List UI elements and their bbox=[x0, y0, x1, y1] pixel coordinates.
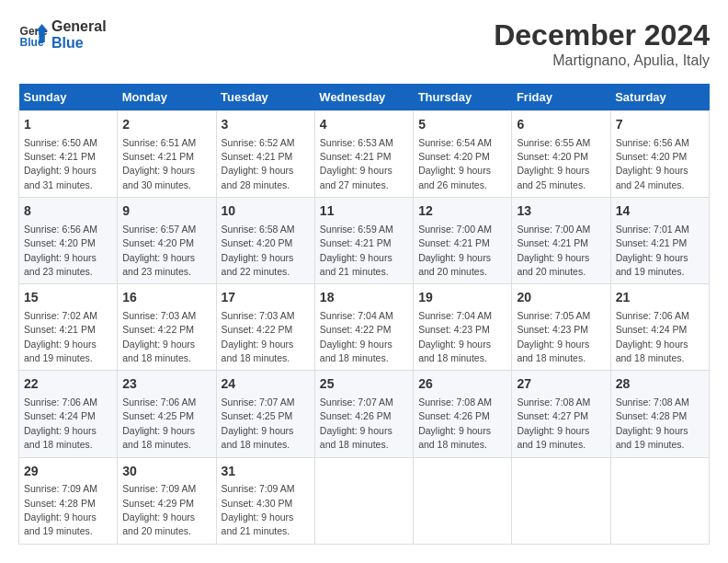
title-area: December 2024 Martignano, Apulia, Italy bbox=[494, 18, 710, 69]
day-number: 23 bbox=[122, 375, 210, 394]
calendar-week-5: 29Sunrise: 7:09 AMSunset: 4:28 PMDayligh… bbox=[19, 457, 710, 544]
day-number: 7 bbox=[616, 116, 704, 134]
calendar-week-1: 1Sunrise: 6:50 AMSunset: 4:21 PMDaylight… bbox=[19, 111, 710, 198]
calendar-week-2: 8Sunrise: 6:56 AMSunset: 4:20 PMDaylight… bbox=[19, 198, 710, 284]
day-info: Sunrise: 7:07 AMSunset: 4:26 PMDaylight:… bbox=[320, 396, 393, 450]
day-number: 25 bbox=[320, 375, 408, 394]
day-number: 19 bbox=[418, 289, 506, 307]
day-info: Sunrise: 7:01 AMSunset: 4:21 PMDaylight:… bbox=[616, 224, 689, 277]
day-number: 12 bbox=[418, 202, 506, 221]
calendar-cell: 27Sunrise: 7:08 AMSunset: 4:27 PMDayligh… bbox=[512, 371, 610, 457]
day-info: Sunrise: 7:03 AMSunset: 4:22 PMDaylight:… bbox=[222, 310, 295, 363]
day-number: 14 bbox=[616, 202, 704, 221]
day-info: Sunrise: 6:57 AMSunset: 4:20 PMDaylight:… bbox=[122, 224, 196, 277]
header: General Blue General Blue December 2024 … bbox=[18, 18, 710, 69]
day-info: Sunrise: 7:09 AMSunset: 4:29 PMDaylight:… bbox=[122, 483, 196, 536]
day-number: 16 bbox=[122, 289, 210, 307]
day-info: Sunrise: 6:56 AMSunset: 4:20 PMDaylight:… bbox=[616, 137, 689, 190]
calendar-cell: 31Sunrise: 7:09 AMSunset: 4:30 PMDayligh… bbox=[216, 457, 314, 544]
weekday-header-wednesday: Wednesday bbox=[314, 84, 413, 111]
logo: General Blue General Blue bbox=[18, 18, 107, 51]
day-number: 26 bbox=[418, 375, 506, 394]
logo-general: General bbox=[51, 18, 107, 35]
day-info: Sunrise: 7:04 AMSunset: 4:22 PMDaylight:… bbox=[320, 310, 393, 363]
day-info: Sunrise: 7:00 AMSunset: 4:21 PMDaylight:… bbox=[517, 224, 590, 277]
calendar-cell: 13Sunrise: 7:00 AMSunset: 4:21 PMDayligh… bbox=[512, 198, 610, 284]
calendar-cell: 10Sunrise: 6:58 AMSunset: 4:20 PMDayligh… bbox=[216, 198, 314, 284]
calendar-cell bbox=[512, 457, 610, 544]
calendar-cell: 12Sunrise: 7:00 AMSunset: 4:21 PMDayligh… bbox=[414, 198, 512, 284]
day-info: Sunrise: 7:06 AMSunset: 4:25 PMDaylight:… bbox=[122, 396, 196, 450]
calendar-table: SundayMondayTuesdayWednesdayThursdayFrid… bbox=[18, 84, 710, 545]
day-info: Sunrise: 7:06 AMSunset: 4:24 PMDaylight:… bbox=[24, 396, 97, 450]
day-number: 21 bbox=[616, 289, 704, 307]
weekday-row: SundayMondayTuesdayWednesdayThursdayFrid… bbox=[19, 84, 710, 111]
day-number: 1 bbox=[24, 116, 112, 134]
weekday-header-saturday: Saturday bbox=[610, 84, 709, 111]
calendar-cell: 30Sunrise: 7:09 AMSunset: 4:29 PMDayligh… bbox=[118, 457, 216, 544]
day-number: 5 bbox=[418, 116, 506, 134]
calendar-body: 1Sunrise: 6:50 AMSunset: 4:21 PMDaylight… bbox=[19, 111, 710, 545]
day-number: 20 bbox=[517, 289, 605, 307]
day-number: 6 bbox=[517, 116, 605, 134]
calendar-cell: 29Sunrise: 7:09 AMSunset: 4:28 PMDayligh… bbox=[19, 457, 118, 544]
day-number: 4 bbox=[320, 116, 408, 134]
day-info: Sunrise: 7:04 AMSunset: 4:23 PMDaylight:… bbox=[418, 310, 492, 363]
day-number: 27 bbox=[517, 375, 605, 394]
calendar-cell: 1Sunrise: 6:50 AMSunset: 4:21 PMDaylight… bbox=[19, 111, 118, 198]
day-info: Sunrise: 6:55 AMSunset: 4:20 PMDaylight:… bbox=[517, 137, 590, 190]
day-info: Sunrise: 6:52 AMSunset: 4:21 PMDaylight:… bbox=[222, 137, 295, 190]
calendar-cell: 15Sunrise: 7:02 AMSunset: 4:21 PMDayligh… bbox=[19, 284, 118, 371]
day-info: Sunrise: 6:54 AMSunset: 4:20 PMDaylight:… bbox=[418, 137, 492, 190]
calendar-cell: 6Sunrise: 6:55 AMSunset: 4:20 PMDaylight… bbox=[512, 111, 610, 198]
day-number: 8 bbox=[24, 202, 112, 221]
calendar-cell: 17Sunrise: 7:03 AMSunset: 4:22 PMDayligh… bbox=[216, 284, 314, 371]
day-number: 28 bbox=[616, 375, 704, 394]
calendar-cell: 14Sunrise: 7:01 AMSunset: 4:21 PMDayligh… bbox=[610, 198, 709, 284]
day-info: Sunrise: 6:50 AMSunset: 4:21 PMDaylight:… bbox=[24, 137, 97, 190]
day-number: 3 bbox=[222, 116, 310, 134]
weekday-header-sunday: Sunday bbox=[19, 84, 118, 111]
calendar-cell bbox=[414, 457, 512, 544]
day-info: Sunrise: 7:08 AMSunset: 4:28 PMDaylight:… bbox=[616, 396, 689, 450]
location-subtitle: Martignano, Apulia, Italy bbox=[494, 52, 710, 69]
day-info: Sunrise: 7:03 AMSunset: 4:22 PMDaylight:… bbox=[122, 310, 196, 363]
day-number: 31 bbox=[222, 463, 310, 481]
day-info: Sunrise: 7:06 AMSunset: 4:24 PMDaylight:… bbox=[616, 310, 689, 363]
calendar-cell: 16Sunrise: 7:03 AMSunset: 4:22 PMDayligh… bbox=[118, 284, 216, 371]
day-info: Sunrise: 7:07 AMSunset: 4:25 PMDaylight:… bbox=[222, 396, 295, 450]
day-info: Sunrise: 6:51 AMSunset: 4:21 PMDaylight:… bbox=[122, 137, 196, 190]
day-number: 9 bbox=[122, 202, 210, 221]
day-number: 17 bbox=[222, 289, 310, 307]
day-number: 22 bbox=[24, 375, 112, 394]
calendar-week-3: 15Sunrise: 7:02 AMSunset: 4:21 PMDayligh… bbox=[19, 284, 710, 371]
day-info: Sunrise: 7:05 AMSunset: 4:23 PMDaylight:… bbox=[517, 310, 590, 363]
day-number: 10 bbox=[222, 202, 310, 221]
calendar-cell bbox=[314, 457, 413, 544]
calendar-cell: 19Sunrise: 7:04 AMSunset: 4:23 PMDayligh… bbox=[414, 284, 512, 371]
calendar-cell: 11Sunrise: 6:59 AMSunset: 4:21 PMDayligh… bbox=[314, 198, 413, 284]
day-number: 30 bbox=[122, 463, 210, 481]
day-number: 18 bbox=[320, 289, 408, 307]
day-number: 15 bbox=[24, 289, 112, 307]
day-info: Sunrise: 7:00 AMSunset: 4:21 PMDaylight:… bbox=[418, 224, 492, 277]
calendar-cell bbox=[610, 457, 709, 544]
weekday-header-thursday: Thursday bbox=[414, 84, 512, 111]
calendar-cell: 28Sunrise: 7:08 AMSunset: 4:28 PMDayligh… bbox=[610, 371, 709, 457]
day-info: Sunrise: 7:09 AMSunset: 4:28 PMDaylight:… bbox=[24, 483, 97, 536]
day-info: Sunrise: 6:58 AMSunset: 4:20 PMDaylight:… bbox=[222, 224, 295, 277]
calendar-cell: 4Sunrise: 6:53 AMSunset: 4:21 PMDaylight… bbox=[314, 111, 413, 198]
calendar-cell: 5Sunrise: 6:54 AMSunset: 4:20 PMDaylight… bbox=[414, 111, 512, 198]
calendar-cell: 2Sunrise: 6:51 AMSunset: 4:21 PMDaylight… bbox=[118, 111, 216, 198]
calendar-cell: 26Sunrise: 7:08 AMSunset: 4:26 PMDayligh… bbox=[414, 371, 512, 457]
day-number: 29 bbox=[24, 463, 112, 481]
calendar-cell: 8Sunrise: 6:56 AMSunset: 4:20 PMDaylight… bbox=[19, 198, 118, 284]
day-info: Sunrise: 7:08 AMSunset: 4:27 PMDaylight:… bbox=[517, 396, 590, 450]
day-info: Sunrise: 7:09 AMSunset: 4:30 PMDaylight:… bbox=[222, 483, 295, 536]
calendar-cell: 24Sunrise: 7:07 AMSunset: 4:25 PMDayligh… bbox=[216, 371, 314, 457]
weekday-header-monday: Monday bbox=[118, 84, 216, 111]
calendar-cell: 20Sunrise: 7:05 AMSunset: 4:23 PMDayligh… bbox=[512, 284, 610, 371]
day-number: 2 bbox=[122, 116, 210, 134]
calendar-week-4: 22Sunrise: 7:06 AMSunset: 4:24 PMDayligh… bbox=[19, 371, 710, 457]
day-info: Sunrise: 7:02 AMSunset: 4:21 PMDaylight:… bbox=[24, 310, 97, 363]
